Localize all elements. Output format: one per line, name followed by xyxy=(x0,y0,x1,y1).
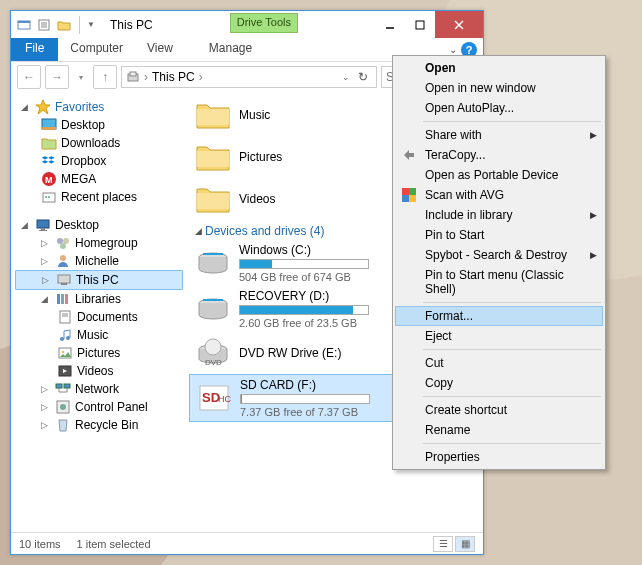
nav-favorites[interactable]: ◢Favorites xyxy=(15,98,183,116)
context-pin-to-start[interactable]: Pin to Start xyxy=(395,225,603,245)
up-button[interactable]: ↑ xyxy=(93,65,117,89)
forward-button[interactable]: → xyxy=(45,65,69,89)
context-item-label: TeraCopy... xyxy=(425,148,485,162)
svg-point-18 xyxy=(45,196,47,198)
context-item-label: Format... xyxy=(425,309,473,323)
svg-rect-1 xyxy=(18,21,30,23)
ribbon-tab-view[interactable]: View xyxy=(135,38,185,61)
nav-item-label: Desktop xyxy=(55,218,99,232)
svg-rect-11 xyxy=(130,72,136,76)
details-view-button[interactable]: ☰ xyxy=(433,536,453,552)
file-tab[interactable]: File xyxy=(11,38,58,61)
storage-bar xyxy=(240,394,370,404)
nav-item-label: MEGA xyxy=(61,172,96,186)
context-scan-with-avg[interactable]: Scan with AVG xyxy=(395,185,603,205)
nav-recycle-bin[interactable]: ▷Recycle Bin xyxy=(15,416,183,434)
context-item-label: Open AutoPlay... xyxy=(425,101,514,115)
svg-rect-29 xyxy=(57,294,60,304)
context-item-label: Open as Portable Device xyxy=(425,168,558,182)
status-selection: 1 item selected xyxy=(77,538,151,550)
nav-fav-desktop[interactable]: Desktop xyxy=(15,116,183,134)
system-menu-icon[interactable] xyxy=(15,16,33,34)
context-rename[interactable]: Rename xyxy=(395,420,603,440)
context-copy[interactable]: Copy xyxy=(395,373,603,393)
context-item-label: Spybot - Search & Destroy xyxy=(425,248,567,262)
refresh-button[interactable]: ↻ xyxy=(354,70,372,84)
ribbon-tab-manage[interactable]: Manage xyxy=(197,38,264,61)
context-item-label: Cut xyxy=(425,356,444,370)
properties-icon[interactable] xyxy=(35,16,53,34)
svg-rect-28 xyxy=(61,283,67,285)
context-open-in-new-window[interactable]: Open in new window xyxy=(395,78,603,98)
nav-homegroup[interactable]: ▷Homegroup xyxy=(15,234,183,252)
address-dropdown-icon[interactable]: ⌄ xyxy=(342,72,350,82)
svg-point-53 xyxy=(205,339,221,355)
ribbon-expand-icon[interactable]: ⌄ xyxy=(449,44,457,55)
nav-item-label: Recent places xyxy=(61,190,137,204)
context-open-autoplay[interactable]: Open AutoPlay... xyxy=(395,98,603,118)
location-icon xyxy=(126,70,140,84)
svg-marker-58 xyxy=(404,150,414,160)
nav-lib-pictures[interactable]: Pictures xyxy=(15,344,183,362)
fav-item-icon xyxy=(41,153,57,169)
minimize-button[interactable] xyxy=(375,11,405,38)
context-open-as-portable-device[interactable]: Open as Portable Device xyxy=(395,165,603,185)
context-separator xyxy=(423,349,601,350)
contextual-tab-drive-tools[interactable]: Drive Tools xyxy=(230,13,298,33)
context-teracopy[interactable]: TeraCopy... xyxy=(395,145,603,165)
nav-fav-recent-places[interactable]: Recent places xyxy=(15,188,183,206)
address-bar[interactable]: › This PC › ⌄ ↻ xyxy=(121,66,377,88)
nav-item-icon xyxy=(55,291,71,307)
close-button[interactable] xyxy=(435,11,483,38)
fav-item-icon xyxy=(41,135,57,151)
nav-item-icon xyxy=(57,327,73,343)
maximize-button[interactable] xyxy=(405,11,435,38)
nav-item-label: Videos xyxy=(77,364,113,378)
icons-view-button[interactable]: ▦ xyxy=(455,536,475,552)
nav-fav-dropbox[interactable]: Dropbox xyxy=(15,152,183,170)
breadcrumb-this-pc[interactable]: This PC xyxy=(152,70,195,84)
context-eject[interactable]: Eject xyxy=(395,326,603,346)
context-item-label: Include in library xyxy=(425,208,512,222)
ribbon-tab-computer[interactable]: Computer xyxy=(58,38,135,61)
context-spybot-search-destroy[interactable]: Spybot - Search & Destroy▶ xyxy=(395,245,603,265)
navigation-pane[interactable]: ◢FavoritesDesktopDownloadsDropboxMMEGARe… xyxy=(11,92,185,532)
devices-header-label: Devices and drives (4) xyxy=(205,224,324,238)
fav-item-icon xyxy=(41,189,57,205)
context-format[interactable]: Format... xyxy=(395,306,603,326)
nav-lib-music[interactable]: Music xyxy=(15,326,183,344)
nav-fav-mega[interactable]: MMEGA xyxy=(15,170,183,188)
nav-control-panel[interactable]: ▷Control Panel xyxy=(15,398,183,416)
context-pin-to-start-menu-classic-shell[interactable]: Pin to Start menu (Classic Shell) xyxy=(395,265,603,299)
context-cut[interactable]: Cut xyxy=(395,353,603,373)
nav-michelle[interactable]: ▷Michelle xyxy=(15,252,183,270)
nav-this-pc[interactable]: ▷This PC xyxy=(15,270,183,290)
context-menu[interactable]: OpenOpen in new windowOpen AutoPlay...Sh… xyxy=(392,55,606,470)
nav-lib-videos[interactable]: Videos xyxy=(15,362,183,380)
nav-lib-documents[interactable]: Documents xyxy=(15,308,183,326)
back-button[interactable]: ← xyxy=(17,65,41,89)
teracopy-icon xyxy=(401,147,417,163)
nav-libraries[interactable]: ◢Libraries xyxy=(15,290,183,308)
context-open[interactable]: Open xyxy=(395,58,603,78)
context-properties[interactable]: Properties xyxy=(395,447,603,467)
collapse-icon[interactable]: ◢ xyxy=(195,226,202,236)
history-dropdown[interactable]: ▾ xyxy=(73,65,89,89)
svg-rect-14 xyxy=(42,127,56,130)
svg-rect-31 xyxy=(65,294,68,304)
context-include-in-library[interactable]: Include in library▶ xyxy=(395,205,603,225)
context-share-with[interactable]: Share with▶ xyxy=(395,125,603,145)
context-separator xyxy=(423,443,601,444)
nav-item-icon xyxy=(55,381,71,397)
qat-dropdown-icon[interactable]: ▼ xyxy=(86,16,96,34)
nav-item-label: Control Panel xyxy=(75,400,148,414)
nav-item-icon xyxy=(57,345,73,361)
svg-rect-60 xyxy=(409,188,416,195)
svg-text:M: M xyxy=(45,175,53,185)
context-create-shortcut[interactable]: Create shortcut xyxy=(395,400,603,420)
context-item-label: Open xyxy=(425,61,456,75)
new-folder-icon[interactable] xyxy=(55,16,73,34)
nav-network[interactable]: ▷Network xyxy=(15,380,183,398)
nav-desktop[interactable]: ◢Desktop xyxy=(15,216,183,234)
nav-fav-downloads[interactable]: Downloads xyxy=(15,134,183,152)
